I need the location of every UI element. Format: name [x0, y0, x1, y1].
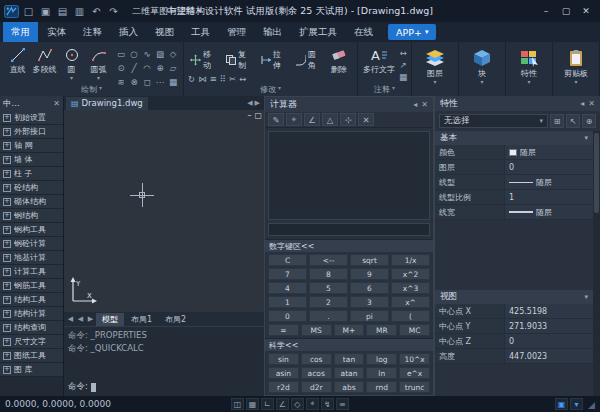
numpad-section-header[interactable]: 数字键区<< [265, 239, 433, 252]
lineweight-toggle-icon[interactable]: ≡ [336, 398, 349, 410]
tab-view[interactable]: 视图 [147, 22, 182, 42]
app-logo-icon[interactable] [4, 4, 19, 19]
leader-icon[interactable]: ↗ [399, 60, 407, 70]
tab-manage[interactable]: 管理 [219, 22, 254, 42]
property-row-ltscale[interactable]: 线型比例 1 [435, 190, 593, 205]
calc-key[interactable]: asin [268, 367, 299, 379]
list-item[interactable]: +柱 子 [0, 167, 63, 181]
calc-key[interactable]: MS [301, 324, 332, 336]
autohide-icon[interactable]: ◂ [413, 100, 417, 109]
stretch-button[interactable]: 拉伸 [258, 48, 290, 72]
tab-tools[interactable]: 工具 [183, 22, 218, 42]
open-file-icon[interactable]: ▣ [38, 4, 53, 19]
resize-grip-icon[interactable]: ◢ [585, 398, 595, 410]
properties-header[interactable]: 特性 ◂ ✕ [435, 96, 600, 111]
move-button[interactable]: 移动 [188, 48, 220, 72]
block-button[interactable]: 块 ▾ [463, 45, 501, 84]
quickcalc-header[interactable]: 计算器 ◂ ✕ [265, 97, 433, 112]
list-item[interactable]: +地基计算 [0, 251, 63, 265]
clear-icon[interactable]: ✕ [358, 113, 374, 126]
calc-key[interactable]: ( [391, 310, 430, 322]
circle-button[interactable]: 圆 ▾ [58, 45, 85, 80]
layout-prev-icon[interactable]: ◀ [76, 315, 85, 323]
properties-button[interactable]: 特性 ▾ [510, 45, 548, 84]
close-icon[interactable]: ✕ [588, 99, 595, 108]
close-button[interactable]: ✕ [576, 3, 596, 19]
point-icon[interactable]: ⊕ [154, 61, 166, 74]
property-row-center-y[interactable]: 中心点 Y 271.9033 [435, 319, 593, 334]
layout-next-icon[interactable]: ▶ [86, 315, 95, 323]
calc-key[interactable]: 7 [268, 268, 307, 280]
calc-key[interactable]: log [366, 353, 397, 365]
calc-key[interactable]: x^2 [391, 268, 430, 280]
list-item[interactable]: +计算工具 [0, 265, 63, 279]
mtext-button[interactable]: A 多行文字 [362, 45, 396, 75]
calc-key[interactable]: 4 [268, 282, 307, 294]
calc-key[interactable]: M+ [334, 324, 365, 336]
tab-model[interactable]: 模型 [96, 313, 124, 326]
property-row-center-x[interactable]: 中心点 X 425.5198 [435, 304, 593, 319]
trim-icon[interactable]: ✂ [229, 74, 236, 84]
calc-key[interactable]: 0 [268, 310, 307, 322]
angle-icon[interactable]: ∠ [304, 113, 320, 126]
table-icon[interactable]: ▦ [399, 72, 407, 82]
close-icon[interactable]: ✕ [53, 99, 60, 108]
tab-express[interactable]: 扩展工具 [291, 22, 345, 42]
calc-key[interactable]: trunc [399, 381, 430, 393]
mirror-icon[interactable]: ⋈ [198, 74, 207, 84]
tab-scroll-right-icon[interactable]: ▶ [255, 99, 260, 107]
child-restore-icon[interactable]: ▢ [254, 111, 262, 120]
property-row-height[interactable]: 高度 447.0023 [435, 349, 593, 364]
command-prompt[interactable]: 命令: [68, 381, 96, 393]
tab-layout2[interactable]: 布局2 [159, 313, 192, 326]
command-window[interactable]: 命令: _PROPERTIES 命令: _QUICKCALC 命令: [64, 326, 264, 396]
tab-insert[interactable]: 插入 [111, 22, 146, 42]
tab-output[interactable]: 输出 [255, 22, 290, 42]
polygon-icon[interactable]: ◇ [167, 47, 179, 60]
list-item[interactable]: +外部接口 [0, 125, 63, 139]
tab-annotate[interactable]: 注释 [75, 22, 110, 42]
calc-key[interactable]: C [268, 254, 307, 266]
erase-button[interactable]: 删除 [325, 45, 353, 75]
polyline-button[interactable]: 多段线 [31, 45, 58, 75]
calc-key[interactable]: abs [334, 381, 365, 393]
grid-toggle-icon[interactable]: ▦ [246, 398, 259, 410]
list-item[interactable]: +砌体结构 [0, 195, 63, 209]
section-basic[interactable]: 基本 ▾ [435, 131, 593, 145]
list-item[interactable]: +轴 网 [0, 139, 63, 153]
tab-layout1[interactable]: 布局1 [125, 313, 158, 326]
offset-icon[interactable]: ≡ [210, 74, 217, 84]
property-row-layer[interactable]: 图层 0 [435, 160, 593, 175]
list-item[interactable]: +钢砼计算 [0, 237, 63, 251]
scientific-section-header[interactable]: 科学<< [265, 338, 433, 351]
property-row-lineweight[interactable]: 线宽 随层 [435, 205, 593, 220]
copy-button[interactable]: 复制 [223, 48, 255, 72]
close-icon[interactable]: ✕ [421, 100, 428, 109]
calc-key[interactable]: acos [301, 367, 332, 379]
calc-key[interactable]: sqrt [350, 254, 389, 266]
redo-icon[interactable]: ↷ [106, 4, 121, 19]
calc-key[interactable]: 2 [309, 296, 348, 308]
tab-scroll-left-icon[interactable]: ◀ [247, 99, 252, 107]
calc-input-box[interactable] [268, 223, 430, 236]
calc-key[interactable]: 5 [309, 282, 348, 294]
toggle-pickadd-icon[interactable]: ⊕ [582, 114, 596, 128]
calc-key[interactable]: d2r [301, 381, 332, 393]
calc-key[interactable]: ln [366, 367, 397, 379]
maximize-button[interactable]: ▢ [556, 3, 576, 19]
calc-key[interactable]: MC [399, 324, 430, 336]
edit-value-icon[interactable]: ✎ [268, 113, 284, 126]
minimize-button[interactable]: – [536, 3, 556, 19]
calc-key[interactable]: e^x [399, 367, 430, 379]
calc-key[interactable]: MR [366, 324, 397, 336]
selection-dropdown[interactable]: 无选择 ▾ [439, 114, 548, 128]
intersection-icon[interactable]: ⊹ [340, 113, 356, 126]
snap-toggle-icon[interactable]: ◫ [231, 398, 244, 410]
layer-button[interactable]: 图层 ▾ [416, 45, 454, 84]
list-item[interactable]: +砼结构 [0, 181, 63, 195]
get-coordinates-icon[interactable]: ⌖ [286, 113, 302, 126]
list-item[interactable]: +墙 体 [0, 153, 63, 167]
list-item[interactable]: +结构查询 [0, 321, 63, 335]
list-item[interactable]: +初始设置 [0, 111, 63, 125]
calc-history-area[interactable] [268, 131, 430, 220]
